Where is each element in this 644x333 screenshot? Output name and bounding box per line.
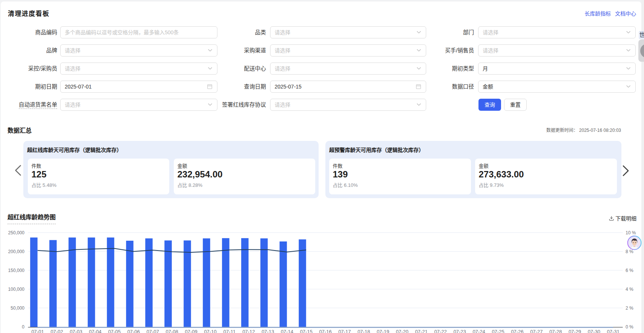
svg-text:07-11: 07-11 [223, 329, 235, 333]
svg-text:07-29: 07-29 [568, 329, 581, 333]
svg-text:07-24: 07-24 [472, 329, 485, 333]
svg-text:07-08: 07-08 [166, 329, 178, 333]
svg-text:07-22: 07-22 [434, 329, 447, 333]
svg-text:07-06: 07-06 [127, 329, 140, 333]
svg-text:07-09: 07-09 [185, 329, 197, 333]
svg-text:07-18: 07-18 [357, 329, 370, 333]
svg-text:07-05: 07-05 [108, 329, 120, 333]
svg-text:07-01: 07-01 [31, 329, 44, 333]
svg-text:07-12: 07-12 [242, 329, 255, 333]
svg-text:150,000: 150,000 [8, 268, 25, 273]
svg-text:07-26: 07-26 [511, 329, 523, 333]
svg-text:07-19: 07-19 [377, 329, 389, 333]
svg-text:10 %: 10 % [626, 230, 636, 235]
svg-text:07-30: 07-30 [588, 329, 600, 333]
svg-text:0 %: 0 % [626, 324, 633, 330]
svg-text:07-04: 07-04 [89, 329, 101, 333]
svg-text:07-14: 07-14 [281, 329, 293, 333]
svg-text:200,000: 200,000 [8, 249, 25, 254]
svg-text:4 %: 4 % [626, 287, 633, 292]
svg-text:07-31: 07-31 [607, 329, 619, 333]
svg-text:07-23: 07-23 [453, 329, 466, 333]
svg-text:07-13: 07-13 [261, 329, 274, 333]
svg-text:07-07: 07-07 [146, 329, 159, 333]
svg-text:07-27: 07-27 [530, 329, 542, 333]
svg-text:07-21: 07-21 [415, 329, 427, 333]
svg-text:07-15: 07-15 [300, 329, 312, 333]
svg-text:07-03: 07-03 [70, 329, 82, 333]
svg-text:100,000: 100,000 [8, 287, 25, 292]
svg-text:07-17: 07-17 [338, 329, 351, 333]
svg-text:6 %: 6 % [626, 268, 633, 273]
svg-text:0: 0 [22, 324, 24, 330]
svg-text:07-10: 07-10 [204, 329, 216, 333]
svg-text:50,000: 50,000 [11, 306, 24, 311]
svg-text:2 %: 2 % [626, 306, 633, 311]
svg-text:07-20: 07-20 [396, 329, 408, 333]
svg-text:07-28: 07-28 [549, 329, 562, 333]
svg-text:250,000: 250,000 [8, 230, 25, 235]
svg-text:07-25: 07-25 [492, 329, 504, 333]
svg-text:07-02: 07-02 [50, 329, 63, 333]
svg-text:07-16: 07-16 [319, 329, 331, 333]
